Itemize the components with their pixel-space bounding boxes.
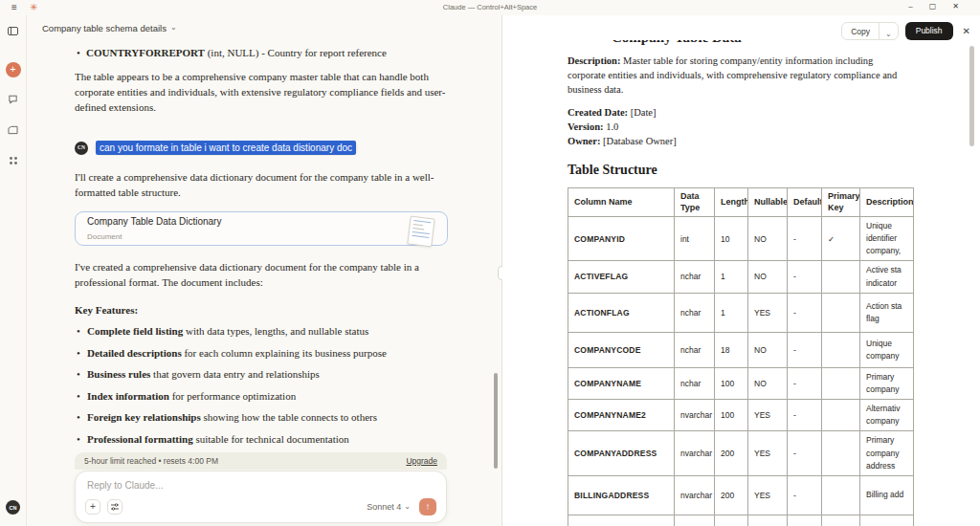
table-cell: Unique company	[860, 332, 914, 367]
send-button[interactable]: ↑	[419, 498, 436, 515]
table-cell: nchar	[675, 367, 715, 399]
table-cell: YES	[748, 475, 788, 515]
table-cell: -	[788, 332, 822, 367]
table-cell: COMPANYNAME2	[568, 400, 675, 431]
table-cell: YES	[748, 431, 788, 476]
attach-button[interactable]: +	[85, 499, 100, 515]
document-description: Description: Master table for storing co…	[568, 55, 913, 98]
composer-toolbar: + Sonnet 4 ⌄ ↑	[85, 498, 436, 515]
limit-text: 5-hour limit reached • resets 4:00 PM	[84, 456, 218, 466]
list-item: Detailed descriptions for each column ex…	[75, 346, 448, 362]
user-avatar[interactable]: CN	[6, 500, 20, 515]
user-message-bubble: can you formate in table i want to creat…	[94, 141, 358, 157]
table-cell: -	[788, 216, 822, 261]
clipped-document-heading: Company Table Data Dictionary	[612, 40, 803, 49]
artifact-panel: Copy ⌄ Publish ✕ Company Table Data Dict…	[502, 15, 980, 526]
table-cell: 10	[715, 216, 748, 261]
assistant-paragraph: I'll create a comprehensive data diction…	[75, 170, 448, 201]
table-cell: NO	[748, 367, 788, 399]
features-list: Complete field listing with data types, …	[75, 324, 448, 447]
model-selector[interactable]: Sonnet 4 ⌄	[367, 502, 411, 512]
table-column-header: Default	[788, 188, 822, 217]
chevron-down-icon: ⌄	[404, 504, 411, 510]
table-cell: Active sta indicator	[860, 261, 914, 293]
table-cell: -	[788, 400, 822, 431]
table-cell	[822, 475, 860, 515]
list-item: Business rules that govern data entry an…	[75, 367, 448, 383]
table-cell: nchar	[675, 515, 715, 526]
assistant-paragraph: I've created a comprehensive data dictio…	[75, 260, 448, 291]
chevron-down-icon: ⌄	[885, 30, 892, 38]
table-cell: Unique identifier company,	[860, 216, 914, 261]
table-cell: Primary company address	[860, 431, 914, 476]
list-item: Professional formatting suitable for tec…	[75, 432, 448, 448]
artifact-card-title: Company Table Data Dictionary	[87, 215, 221, 230]
table-cell	[822, 332, 860, 367]
tools-button[interactable]	[107, 499, 122, 515]
copy-dropdown[interactable]: ⌄	[879, 23, 898, 39]
new-chat-button[interactable]: +	[6, 62, 21, 77]
user-message-text: can you formate in table i want to creat…	[96, 141, 356, 155]
minimize-icon[interactable]: –	[908, 1, 912, 12]
table-cell: BILLINGADDRESS	[568, 475, 675, 515]
table-row: ACTIONFLAGnchar1YES-Action sta flag	[568, 293, 914, 332]
table-cell	[822, 431, 860, 476]
table-cell	[822, 400, 860, 431]
table-cell: -	[788, 367, 822, 399]
table-cell: COMPANYNAME	[568, 367, 675, 399]
projects-icon[interactable]	[8, 121, 18, 139]
table-cell: 200	[715, 475, 748, 515]
chat-scrollbar-thumb[interactable]	[494, 373, 498, 469]
table-cell: COMPANYCODE	[568, 332, 675, 367]
table-cell	[822, 515, 860, 526]
table-cell: YES	[748, 400, 788, 431]
conversation-title: Company table schema details	[42, 23, 167, 33]
table-cell: COMPANYADDRESS	[568, 431, 675, 476]
table-row: COMPANYNAMEnchar100NO-Primary company	[568, 367, 914, 399]
table-header-row: Column NameData TypeLengthNullableDefaul…	[568, 188, 914, 217]
composer-placeholder: Reply to Claude...	[87, 480, 164, 491]
artifact-close-icon[interactable]: ✕	[963, 26, 970, 36]
field-bullet: COUNTRYFORREPORT (int, NULL) - Country f…	[75, 46, 448, 61]
table-cell: Alternativ company	[860, 400, 914, 431]
apps-grid-icon[interactable]	[9, 152, 18, 169]
table-cell: ACTIVEFLAG	[568, 261, 675, 293]
publish-button[interactable]: Publish	[905, 22, 953, 40]
table-cell	[822, 367, 860, 399]
table-row: COMPANYADDRESSnvarchar200YES-Primary com…	[568, 431, 914, 476]
sidebar: + CN	[0, 15, 27, 526]
features-heading: Key Features:	[75, 303, 448, 318]
list-item: Foreign key relationships showing how th…	[75, 410, 448, 426]
table-row: ACTIVEFLAGnchar1NO-Active sta indicator	[568, 261, 914, 293]
table-cell: nchar	[675, 293, 715, 332]
chat-panel: Company table schema details ⌄ COUNTRYFO…	[27, 15, 501, 526]
table-cell: YES	[748, 293, 788, 332]
table-cell: 200	[715, 431, 748, 476]
table-column-header: Description	[860, 188, 914, 217]
document-content: Company Table Data Dictionary Descriptio…	[568, 40, 913, 526]
close-icon[interactable]: ✕	[952, 1, 959, 12]
artifact-card-type: Document	[87, 231, 221, 243]
meta-line: Created Date: [Date]	[568, 106, 913, 121]
description-label: Description:	[568, 55, 620, 66]
window-controls: – ▢ ✕	[908, 1, 959, 12]
search-chats-icon[interactable]	[8, 91, 18, 108]
list-item: Complete field listing with data types, …	[75, 324, 448, 340]
table-cell: Primary company	[860, 367, 914, 399]
table-cell: -	[788, 515, 822, 526]
table-structure-heading: Table Structure	[568, 161, 913, 180]
upgrade-link[interactable]: Upgrade	[406, 456, 437, 466]
artifact-card[interactable]: Company Table Data Dictionary Document	[75, 211, 448, 246]
artifact-scrollbar-thumb[interactable]	[969, 46, 974, 146]
structure-table: Column NameData TypeLengthNullableDefaul…	[568, 187, 914, 526]
copy-button[interactable]: Copy	[842, 23, 879, 39]
table-cell: NO	[748, 261, 788, 293]
message-composer[interactable]: Reply to Claude... + Sonnet 4 ⌄ ↑	[75, 471, 447, 523]
conversation-title-dropdown[interactable]: Company table schema details ⌄	[27, 15, 501, 40]
sidebar-toggle-icon[interactable]	[8, 27, 18, 35]
table-cell: CITY	[568, 515, 675, 526]
sliders-icon	[110, 502, 120, 512]
maximize-icon[interactable]: ▢	[929, 1, 937, 12]
table-cell: nvarchar	[675, 400, 715, 431]
table-cell: City name	[860, 515, 914, 526]
